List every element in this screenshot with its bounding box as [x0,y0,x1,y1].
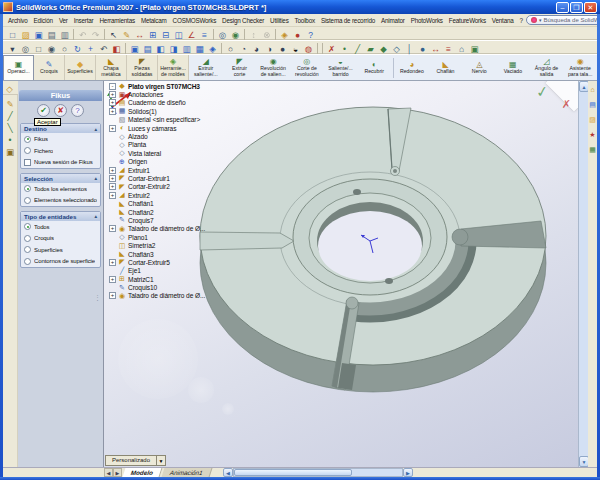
radio-croquis[interactable]: Croquis [21,232,100,244]
view-left-icon[interactable]: ◧ [154,42,167,54]
tree-item-cortar-extruir1[interactable]: + ◤ Cortar-Extruir1 [109,174,205,182]
group-header[interactable]: Tipo de entidades ▴ [21,212,100,221]
undo-icon[interactable]: ↶ [76,28,89,40]
menu-ver[interactable]: Ver [56,17,71,24]
print-preview-icon[interactable]: ▥ [58,28,71,40]
cm-recubrir[interactable]: ◐ Recubrir [357,55,391,80]
radio-todos[interactable]: Todos [21,221,100,233]
tree-expander[interactable]: - [109,83,116,90]
reference-geometry-icon[interactable]: ◇ [3,82,16,94]
menu-herramientas[interactable]: Herramientas [96,17,137,24]
tree-item-croquis10[interactable]: ✎ Croquis10 [109,283,205,291]
tree-expander[interactable]: + [109,91,116,98]
tree-item-eje1[interactable]: ╱ Eje1 [109,267,205,275]
menu-archivo[interactable]: Archivo [5,17,31,24]
filter-clear-icon[interactable]: ✗ [325,42,338,54]
help-icon[interactable]: ? [304,28,317,40]
cm-revolucion-saliente[interactable]: ◉ Revolución de salien... [256,55,290,80]
tab-animacion1[interactable]: Animación1 [162,468,213,477]
block-icon[interactable]: ▣ [4,145,17,157]
zoom-in-out-icon[interactable]: ◉ [45,42,58,54]
option-control[interactable] [24,223,31,230]
menu-metalcam[interactable]: Metalcam [138,17,170,24]
sketch-entities-icon[interactable]: ⊞ [146,28,159,40]
macro-icon[interactable]: ● [291,28,304,40]
tree-item-cortar-extruir2[interactable]: + ◤ Cortar-Extruir2 [109,183,205,191]
tree-item-plano1[interactable]: ◇ Plano1 [109,233,205,241]
menu-utilities[interactable]: Utilities [267,17,292,24]
chevron-down-icon[interactable]: ▼ [157,455,166,466]
selection-filter-icon[interactable]: ▾ [6,42,19,54]
hidden-lines-removed-icon[interactable]: ◕ [250,42,263,54]
restore-button[interactable]: ❐ [570,2,583,13]
collapse-chevron-icon[interactable]: ▴ [94,213,97,219]
radio-superficies[interactable]: Superficies [21,244,100,256]
tree-expander[interactable]: + [109,225,116,232]
cm-angulo-de-salida[interactable]: ◿ Ángulo de salida [530,55,564,80]
shadows-icon[interactable]: ◒ [289,42,302,54]
panel-splitter[interactable]: ⋮ [94,296,101,299]
tab-superficies[interactable]: ◆ Superficies [65,55,96,80]
view-front-icon[interactable]: ▣ [128,42,141,54]
menu-sistema-de-recorrido[interactable]: Sistema de recorrido [318,17,378,24]
save-icon[interactable]: ▣ [32,28,45,40]
line-icon[interactable]: ╱ [4,109,17,121]
menu-help[interactable]: ? [517,17,526,24]
tree-item-matrizc1[interactable]: + ⊞ MatrizC1 [109,275,205,283]
minimize-button[interactable]: – [556,2,569,13]
filter-edges-icon[interactable]: ╱ [351,42,364,54]
radio-contornos[interactable]: Contornos de superficie [21,255,100,267]
checkbox-nueva-sesion[interactable]: Nueva sesión de Fikus [21,156,100,168]
tree-expander[interactable]: + [109,192,116,199]
sketch-tool-icon[interactable]: ✎ [4,97,17,109]
search-box[interactable]: ▾ Búsqueda de SolidWorks [526,15,600,25]
sketch-icon[interactable]: ✎ [120,28,133,40]
tab-chapa-metalica[interactable]: ◣ Chapa metálica [96,55,127,80]
web-toolbar-icon[interactable]: ◉ [229,28,242,40]
tab-modelo[interactable]: Modelo [123,468,163,477]
menu-toolbox[interactable]: Toolbox [292,17,318,24]
tree-item-croquis7[interactable]: ✎ Croquis7 [109,216,205,224]
tab-piezas-soldadas[interactable]: ◤ Piezas soldadas [127,55,158,80]
cm-asistente-taladro[interactable]: ◉ Asistente para tala... [563,55,597,80]
chevron-down-icon[interactable]: ▾ [539,17,542,23]
confirm-ok-icon[interactable]: ✓ [535,82,550,102]
appearance-icon[interactable]: ◍ [302,42,315,54]
tree-item-anotaciones[interactable]: + ▣ Anotaciones [109,90,205,98]
close-button[interactable]: ✕ [584,2,597,13]
hidden-lines-visible-icon[interactable]: ◔ [237,42,250,54]
filter-annotations-icon[interactable]: ≡ [442,42,455,54]
zoom-area-icon[interactable]: □ [32,42,45,54]
radio-todos-los-elementos[interactable]: Todos los elementos [21,183,100,195]
menu-design-checker[interactable]: Design Checker [219,17,267,24]
view-top-icon[interactable]: ▥ [180,42,193,54]
cancel-button[interactable]: ✘ [54,104,67,117]
cm-chaflan[interactable]: ◣ Chaflán [429,55,463,80]
measure-icon[interactable]: ↕ [247,28,260,40]
menu-animator[interactable]: Animator [378,17,408,24]
resources-tab-icon[interactable]: ⌂ [588,85,597,94]
option-control[interactable] [24,185,31,192]
cm-extruir-saliente[interactable]: ◢ Extruir saliente/... [189,55,223,80]
custom-properties-tab-icon[interactable]: ▦ [588,145,597,154]
tab-scroll-left[interactable]: ◀ [104,468,113,477]
cm-redondeo[interactable]: ◕ Redondeo [395,55,429,80]
option-control[interactable] [24,258,31,265]
menu-photoworks[interactable]: PhotoWorks [408,17,446,24]
tree-item-chaflan1[interactable]: ◣ Chaflán1 [109,199,205,207]
tab-herramientas-de-moldes[interactable]: ◈ Herramie... de moldes [158,55,189,80]
option-control[interactable] [24,235,31,242]
view-isometric-icon[interactable]: ◈ [206,42,219,54]
tab-operaciones[interactable]: ▣ Operaci... [3,55,34,80]
tree-item-material[interactable]: ▧ Material <sin especificar> [109,116,205,124]
select-icon[interactable]: ↖ [107,28,120,40]
collapse-chevron-icon[interactable]: ▴ [94,126,97,132]
filter-dimensions-icon[interactable]: ↔ [429,42,442,54]
design-library-tab-icon[interactable]: ▤ [588,100,597,109]
zoom-fit-icon[interactable]: ◎ [19,42,32,54]
cm-corte-revolucion[interactable]: ◎ Corte de revolución [290,55,324,80]
options-icon[interactable]: ◈ [278,28,291,40]
horizontal-scrollbar[interactable]: ◀ ▶ [223,468,413,477]
tree-expander[interactable]: + [109,259,116,266]
mass-properties-icon[interactable]: ⊗ [260,28,273,40]
